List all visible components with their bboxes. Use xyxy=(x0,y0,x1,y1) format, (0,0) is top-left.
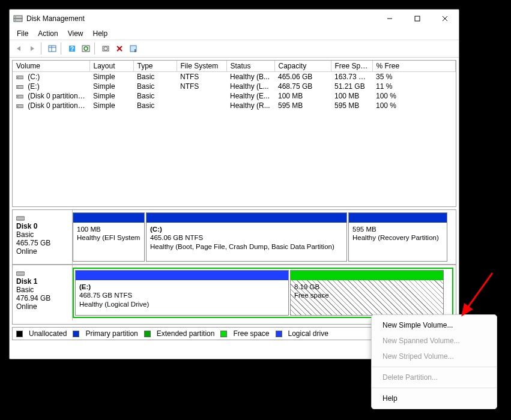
ctx-sep-2 xyxy=(372,388,497,388)
table-row[interactable]: (E:)SimpleBasicNTFSHealthy (L...468.75 G… xyxy=(13,82,456,91)
close-button[interactable] xyxy=(431,10,459,28)
col-volume[interactable]: Volume xyxy=(13,61,89,72)
col-layout[interactable]: Layout xyxy=(89,61,133,72)
menu-help[interactable]: Help xyxy=(88,28,113,40)
swatch-logical-icon xyxy=(276,331,282,337)
disk-state: Online xyxy=(16,247,37,256)
maximize-button[interactable] xyxy=(404,10,431,28)
partition-size: 595 MB xyxy=(352,226,376,233)
partition-title: (C:) xyxy=(150,226,162,233)
back-button[interactable] xyxy=(12,42,25,55)
svg-rect-5 xyxy=(415,16,420,21)
partition-size: 468.75 GB NTFS xyxy=(79,292,132,299)
table-row[interactable]: (Disk 0 partition 1)SimpleBasicHealthy (… xyxy=(13,91,456,101)
cell-capacity: 465.06 GB xyxy=(274,72,331,82)
svg-point-22 xyxy=(17,77,19,78)
cell-free: 595 MB xyxy=(331,101,372,110)
col-capacity[interactable]: Capacity xyxy=(274,61,331,72)
cell-fs xyxy=(177,101,226,110)
cell-layout: Simple xyxy=(89,91,133,101)
disk-subtype: Basic xyxy=(16,286,34,294)
partition-block[interactable]: (E:)468.75 GB NTFSHealthy (Logical Drive… xyxy=(75,270,289,316)
volume-list-pane: Volume Layout Type File System Status Ca… xyxy=(12,60,456,207)
ctx-help[interactable]: Help xyxy=(372,391,497,406)
table-header-row[interactable]: Volume Layout Type File System Status Ca… xyxy=(13,61,456,72)
partition-content: 595 MBHealthy (Recovery Partition) xyxy=(349,223,447,261)
disk-subtype: Basic xyxy=(16,230,34,239)
drive-manage-icon[interactable] xyxy=(99,42,112,55)
menu-view[interactable]: View xyxy=(63,28,88,40)
partition-block[interactable]: 595 MBHealthy (Recovery Partition) xyxy=(348,212,447,262)
help-icon[interactable]: ? xyxy=(65,42,79,55)
partition-status: Healthy (EFI System xyxy=(77,234,140,241)
svg-point-16 xyxy=(104,47,107,50)
partition-block[interactable]: 100 MBHealthy (EFI System xyxy=(73,212,145,262)
legend-primary: Primary partition xyxy=(85,329,138,338)
col-fs[interactable]: File System xyxy=(177,61,226,72)
disk-management-window: Disk Management File Action View Help ? xyxy=(9,9,459,359)
cell-pct: 100 % xyxy=(372,101,456,110)
svg-point-26 xyxy=(17,96,19,97)
volume-table[interactable]: Volume Layout Type File System Status Ca… xyxy=(13,61,456,110)
svg-line-31 xyxy=(462,273,492,315)
cell-free: 163.73 GB xyxy=(331,72,372,82)
partition-content: (C:)465.06 GB NTFSHealthy (Boot, Page Fi… xyxy=(147,223,346,261)
legend-unallocated: Unallocated xyxy=(29,329,67,338)
disk-name: Disk 1 xyxy=(16,277,68,286)
disk-body: (E:)468.75 GB NTFSHealthy (Logical Drive… xyxy=(73,265,456,320)
svg-rect-20 xyxy=(135,49,136,52)
cell-fs: NTFS xyxy=(177,72,226,82)
partition-status: Healthy (Recovery Partition) xyxy=(352,234,439,241)
delete-icon[interactable] xyxy=(113,42,126,55)
partition-content: 100 MBHealthy (EFI System xyxy=(73,223,144,261)
partition-content: (E:)468.75 GB NTFSHealthy (Logical Drive… xyxy=(76,280,288,315)
table-row[interactable]: (C:)SimpleBasicNTFSHealthy (B...465.06 G… xyxy=(13,72,456,82)
cell-layout: Simple xyxy=(89,101,133,110)
free-space-block[interactable]: 8.19 GBFree space xyxy=(290,270,444,316)
swatch-free-icon xyxy=(220,331,227,337)
refresh-icon[interactable] xyxy=(79,42,92,55)
properties-icon[interactable] xyxy=(127,42,140,55)
minimize-button[interactable] xyxy=(376,10,404,28)
table-row[interactable]: (Disk 0 partition 4)SimpleBasicHealthy (… xyxy=(13,101,456,110)
swatch-primary-icon xyxy=(73,331,79,337)
cell-volume: (Disk 0 partition 4) xyxy=(13,101,89,110)
svg-rect-8 xyxy=(49,46,56,52)
extended-partition-container: (E:)468.75 GB NTFSHealthy (Logical Drive… xyxy=(73,268,453,318)
svg-rect-30 xyxy=(16,272,25,275)
cell-fs: NTFS xyxy=(177,82,226,91)
svg-text:?: ? xyxy=(70,46,74,52)
menu-action[interactable]: Action xyxy=(33,28,62,40)
col-status[interactable]: Status xyxy=(226,61,274,72)
disk-header[interactable]: Disk 0Basic465.75 GBOnline xyxy=(13,210,73,264)
forward-button[interactable] xyxy=(26,42,39,55)
partition-block[interactable]: (C:)465.06 GB NTFSHealthy (Boot, Page Fi… xyxy=(146,212,347,262)
cell-volume: (C:) xyxy=(13,72,89,82)
ctx-new-simple-volume[interactable]: New Simple Volume... xyxy=(372,317,497,333)
cell-status: Healthy (R... xyxy=(226,101,274,110)
cell-type: Basic xyxy=(133,101,177,110)
cell-pct: 100 % xyxy=(372,91,456,101)
cell-status: Healthy (B... xyxy=(226,72,274,82)
col-type[interactable]: Type xyxy=(133,61,177,72)
svg-rect-29 xyxy=(16,217,25,220)
details-view-icon[interactable] xyxy=(46,42,59,55)
cell-capacity: 595 MB xyxy=(274,101,331,110)
ctx-new-striped-volume: New Striped Volume... xyxy=(372,349,497,364)
cell-fs xyxy=(177,91,226,101)
cell-capacity: 468.75 GB xyxy=(274,82,331,91)
disk-body: 100 MBHealthy (EFI System(C:)465.06 GB N… xyxy=(73,210,456,264)
col-free[interactable]: Free Spa... xyxy=(331,61,372,72)
partition-title: (E:) xyxy=(79,283,91,290)
cell-type: Basic xyxy=(133,82,177,91)
cell-layout: Simple xyxy=(89,82,133,91)
legend-extended: Extended partition xyxy=(157,329,215,338)
swatch-unallocated-icon xyxy=(16,331,23,337)
cell-pct: 11 % xyxy=(372,82,456,91)
disk-size: 465.75 GB xyxy=(16,239,50,247)
disk-name: Disk 0 xyxy=(16,222,68,230)
cell-free: 100 MB xyxy=(331,91,372,101)
disk-header[interactable]: Disk 1Basic476.94 GBOnline xyxy=(13,265,73,320)
col-pct[interactable]: % Free xyxy=(372,61,456,72)
menu-file[interactable]: File xyxy=(12,28,33,40)
